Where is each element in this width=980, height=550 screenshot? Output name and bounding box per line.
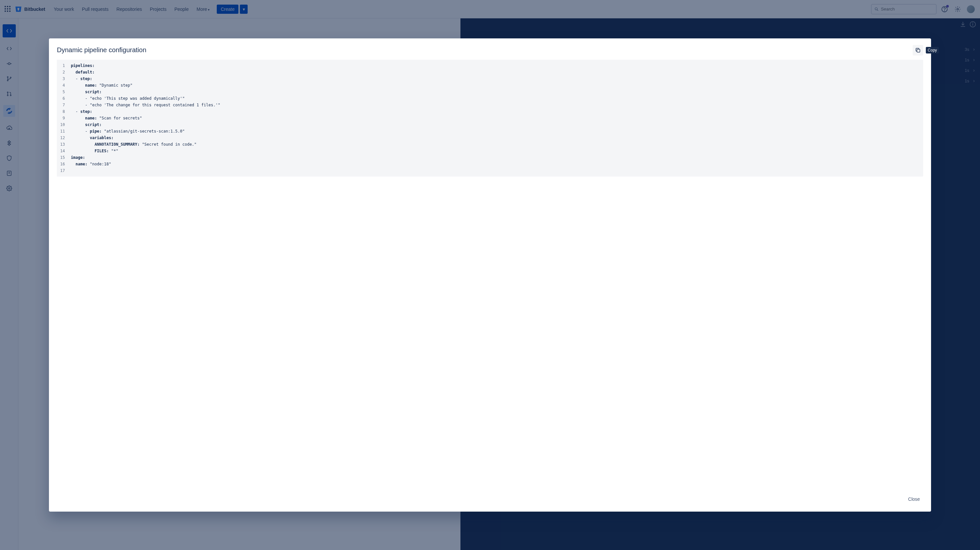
svg-rect-21 bbox=[917, 49, 920, 52]
pipeline-config-modal: Dynamic pipeline configuration Copy 1234… bbox=[49, 38, 931, 511]
copy-icon bbox=[915, 47, 921, 53]
copy-tooltip: Copy bbox=[926, 47, 939, 54]
line-gutter: 1234567891011121314151617 bbox=[57, 60, 67, 176]
close-button[interactable]: Close bbox=[905, 495, 923, 504]
modal-title: Dynamic pipeline configuration bbox=[57, 46, 146, 54]
copy-button[interactable] bbox=[913, 45, 923, 55]
code-block: 1234567891011121314151617 pipelines: def… bbox=[57, 60, 923, 176]
code-content[interactable]: pipelines: default: - step: name: "Dynam… bbox=[67, 60, 224, 176]
